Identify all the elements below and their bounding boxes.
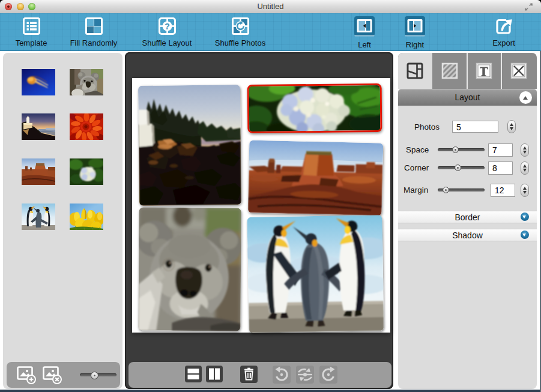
- svg-text:?: ?: [165, 22, 170, 31]
